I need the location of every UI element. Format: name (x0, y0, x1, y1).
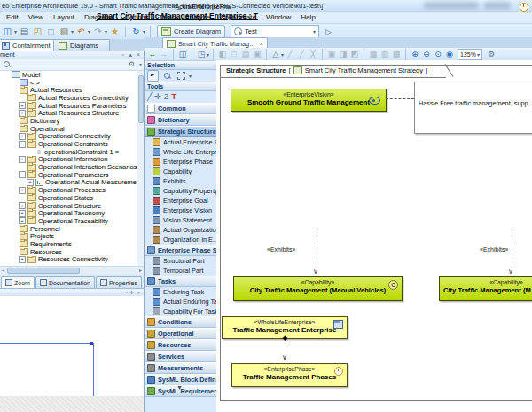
text-tool-icon[interactable]: T (171, 92, 176, 102)
close-panel-icon[interactable]: × (137, 51, 140, 58)
scrollbar-thumb[interactable] (7, 268, 80, 274)
palette-item-enterprise-phase[interactable]: Enterprise Phase (145, 157, 216, 167)
palette-item-whole-life-enterprise[interactable]: Whole Life Enterprise (145, 147, 216, 157)
gear-icon[interactable]: ⚙ (129, 60, 135, 68)
tree-item[interactable]: Projects (0, 232, 144, 240)
path-style-icon[interactable]: ╱ (296, 49, 307, 59)
tree-item[interactable]: +Operational Actual Measurements (.xlsx) (0, 179, 144, 187)
palette-drawer-tasks[interactable]: Tasks (145, 276, 216, 287)
tree-item[interactable]: Operational (0, 125, 144, 133)
palette-drawer-dictionary[interactable]: Dictionary (145, 114, 216, 126)
tree-item[interactable]: Actual Resources Connectivity (0, 94, 144, 102)
tree-item[interactable]: {}operationalConstraint 1 = (0, 148, 144, 156)
tree-expander-icon[interactable]: + (19, 156, 26, 163)
palette-drawer-common[interactable]: Common (145, 103, 216, 114)
tree-item[interactable]: Dictionary (0, 117, 144, 125)
restore-panel-icon[interactable]: ▫ (126, 289, 128, 296)
marquee-tool-icon[interactable] (176, 70, 187, 82)
tree-item[interactable]: Operational States (0, 194, 144, 202)
menu-window[interactable]: Window (266, 13, 291, 21)
zoom-out-icon[interactable]: ⊖ (421, 49, 432, 59)
zoom-fit-icon[interactable]: ⊙ (433, 49, 443, 59)
tab-diagrams[interactable]: Diagrams (53, 39, 110, 51)
palette-item-capability-for-task[interactable]: Capability For Task (145, 307, 216, 316)
viewport-corner-handle[interactable] (90, 342, 93, 345)
exhibits-edge-label[interactable]: «Exhibits» (480, 246, 508, 253)
enterprise-vision-node[interactable]: «EnterpriseVision» Smooth Ground Traffic… (231, 89, 387, 112)
exhibits-edge-label[interactable]: «Exhibits» (267, 246, 295, 253)
show-related-icon[interactable]: ◫ (177, 49, 188, 59)
palette-selection-header[interactable]: Selection (145, 60, 216, 70)
vision-statement-note[interactable]: Hassle Free traffic management, supp (414, 82, 532, 134)
grid-icon[interactable]: ▦ (368, 49, 379, 59)
tree-expander-icon[interactable]: + (19, 202, 26, 209)
cut-icon[interactable]: ▤ (240, 49, 251, 59)
chevron-down-icon[interactable]: ▾ (477, 51, 480, 58)
diagram-options-gear-icon[interactable]: ⚙ (488, 50, 495, 58)
run-icon[interactable]: ▷ (325, 27, 332, 36)
tree-item[interactable]: +Operational Information (0, 156, 144, 164)
restore-panel-icon[interactable]: ▫ (122, 51, 124, 58)
palette-item-organization-in-e[interactable]: Organization in E...▾ (145, 235, 216, 245)
tree-expander-icon[interactable]: + (19, 217, 26, 224)
exhibits-edge[interactable] (317, 228, 317, 271)
tree-expander-icon[interactable]: + (19, 102, 26, 109)
palette-item-actual-enduring-task[interactable]: Actual Enduring Task (145, 297, 216, 307)
palette-tools-header[interactable]: Tools (145, 82, 216, 91)
tree-expander-icon[interactable]: + (27, 179, 34, 186)
chevron-down-icon[interactable]: ▾ (189, 73, 192, 79)
palette-item-capability[interactable]: Capability (145, 167, 216, 176)
tree-expander-icon[interactable]: + (19, 110, 26, 117)
tree-item[interactable]: +Actual Resources Parameters (0, 102, 144, 110)
exhibits-edge[interactable] (512, 228, 512, 271)
chevron-down-icon[interactable]: ▾ (88, 28, 90, 35)
palette-drawer-resources[interactable]: Resources (145, 339, 216, 351)
capability-mixed-node[interactable]: «Capability» City Traffic Management (M (439, 276, 532, 301)
tree-horizontal-scrollbar[interactable]: ◄ ► (0, 266, 144, 274)
close-panel-icon[interactable]: × (137, 289, 140, 296)
line-style-icon[interactable]: ╱ (285, 49, 295, 59)
menu-layout[interactable]: Layout (53, 13, 74, 21)
palette-drawer-conditions[interactable]: Conditions (145, 316, 216, 328)
tree-item[interactable]: +Operational Connectivity (0, 133, 144, 141)
tree-item[interactable]: +Operational Traceability (0, 217, 144, 225)
palette-drawer-measurements[interactable]: Measurements (145, 362, 216, 374)
chevron-down-icon[interactable]: ▾ (143, 28, 145, 35)
palette-item-vision-statement[interactable]: Vision Statement (145, 215, 216, 225)
tree-item[interactable]: Actual Resources (0, 86, 144, 94)
snap-icon[interactable]: ▥ (379, 49, 390, 59)
palette-item-exhibits[interactable]: Exhibits (145, 176, 216, 186)
tree-item[interactable]: +Actual Resources Structure (0, 109, 144, 117)
chevron-down-icon[interactable]: ▾ (139, 61, 142, 67)
tab-properties[interactable]: Properties (96, 276, 142, 288)
palette-scroll-down-icon[interactable]: ▼ (176, 385, 183, 391)
tree-item[interactable]: +Resources Connectivity (0, 256, 144, 264)
palette-item-actual-organization[interactable]: Actual Organization (145, 225, 216, 235)
layout-icon[interactable]: △ (270, 49, 281, 59)
anchor-connector[interactable] (386, 98, 414, 99)
chevron-down-icon[interactable]: ▾ (281, 51, 284, 58)
tab-zoom[interactable]: Zoom (1, 276, 35, 288)
palette-item-structural-part[interactable]: Structural Part (145, 256, 216, 266)
lock-icon[interactable]: ▣ (326, 49, 337, 59)
zoom-level-combo[interactable]: 125% ▾ (458, 49, 482, 60)
chevron-down-icon[interactable]: ▾ (207, 51, 209, 58)
tree-expander-icon[interactable]: + (19, 133, 26, 140)
tree-expander-icon[interactable]: + (19, 210, 26, 217)
ungroup-icon[interactable]: ◩ (349, 49, 360, 59)
zoom-1-1-icon[interactable]: ◉ (444, 49, 455, 59)
menu-help[interactable]: Help (301, 13, 315, 21)
order-tool-icon[interactable]: Z (164, 92, 169, 102)
chevron-down-icon[interactable]: ▾ (71, 28, 74, 35)
palette-item-enterprise-vision[interactable]: Enterprise Vision (145, 206, 216, 215)
group-icon[interactable]: ◨ (338, 49, 348, 59)
pin-panel-icon[interactable]: ✛ (129, 289, 134, 296)
palette-item-actual-enterprise-phase[interactable]: Actual Enterprise P... (145, 137, 216, 147)
menu-edit[interactable]: Edit (6, 13, 19, 21)
tree-vertical-scrollbar[interactable] (137, 71, 144, 266)
tree-item[interactable]: < > (0, 79, 144, 87)
tab-documentation[interactable]: Documentation (35, 276, 95, 288)
palette-drawer-services[interactable]: Services (145, 351, 216, 362)
menu-view[interactable]: View (28, 13, 43, 21)
copy-icon[interactable]: ◧ (217, 49, 228, 59)
